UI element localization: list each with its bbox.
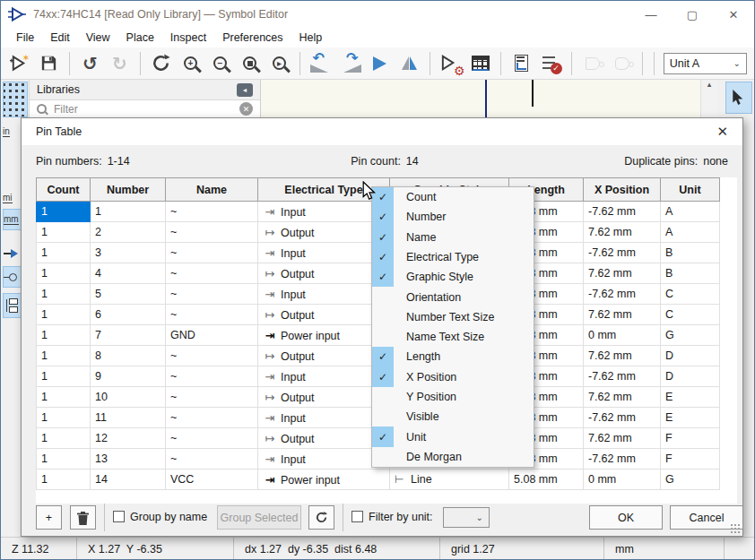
- cell-name[interactable]: GND: [166, 325, 258, 346]
- cell-number[interactable]: 3: [91, 243, 166, 263]
- cell-x_position[interactable]: -7.62 mm: [584, 202, 661, 222]
- cell-electrical_type[interactable]: ↦Output: [258, 263, 390, 284]
- cell-x_position[interactable]: -7.62 mm: [584, 284, 661, 305]
- rotate-cw-button[interactable]: ↷: [336, 50, 364, 77]
- pin-tool-icon[interactable]: [3, 243, 22, 264]
- cell-x_position[interactable]: 7.62 mm: [584, 346, 661, 366]
- cell-number[interactable]: 9: [91, 366, 166, 387]
- cell-unit[interactable]: A: [661, 202, 720, 222]
- filter-by-unit-checkbox[interactable]: [351, 511, 363, 522]
- refresh-grid-button[interactable]: [308, 505, 334, 530]
- cell-electrical_type[interactable]: ⇥Power input: [258, 470, 390, 490]
- cell-name[interactable]: ~: [166, 428, 258, 449]
- cell-number[interactable]: 12: [91, 428, 166, 449]
- column-menu-item-name-text-size[interactable]: Name Text Size: [372, 327, 534, 347]
- cell-name[interactable]: ~: [166, 387, 258, 408]
- menu-preferences[interactable]: Preferences: [214, 31, 291, 44]
- cell-electrical_type[interactable]: ⇥Input: [258, 243, 390, 263]
- cell-number[interactable]: 4: [91, 263, 166, 284]
- column-menu-item-electrical-type[interactable]: ✓Electrical Type: [372, 247, 534, 267]
- add-pin-button[interactable]: +: [36, 505, 62, 530]
- column-header-name[interactable]: Name: [166, 178, 258, 202]
- menu-edit[interactable]: Edit: [42, 31, 78, 44]
- collapse-panel-button[interactable]: ◂: [237, 83, 253, 97]
- cell-number[interactable]: 10: [91, 387, 166, 408]
- cell-unit[interactable]: G: [661, 325, 720, 346]
- column-header-x-position[interactable]: X Position: [584, 178, 661, 202]
- cell-count[interactable]: 1: [37, 325, 91, 346]
- menu-view[interactable]: View: [78, 31, 118, 44]
- clear-filter-icon[interactable]: ✕: [239, 102, 253, 116]
- unit-inch-icon[interactable]: in: [3, 121, 22, 142]
- column-menu-item-orientation[interactable]: Orientation: [372, 287, 534, 306]
- cell-x_position[interactable]: 7.62 mm: [584, 222, 661, 243]
- cell-x_position[interactable]: -7.62 mm: [584, 366, 661, 387]
- datasheet-button[interactable]: [508, 50, 535, 77]
- cell-unit[interactable]: G: [661, 470, 720, 490]
- cell-name[interactable]: ~: [166, 305, 258, 325]
- refresh-view-button[interactable]: [147, 50, 175, 77]
- close-button[interactable]: ✕: [713, 1, 754, 28]
- menu-help[interactable]: Help: [291, 31, 331, 44]
- cell-name[interactable]: ~: [166, 366, 258, 387]
- column-menu-item-name[interactable]: ✓Name: [372, 228, 534, 247]
- cell-electrical_type[interactable]: ⇥Input: [258, 449, 390, 470]
- zoom-fit-button[interactable]: [236, 50, 264, 77]
- cell-number[interactable]: 7: [91, 325, 166, 346]
- cell-count[interactable]: 1: [37, 449, 91, 470]
- cell-electrical_type[interactable]: ↦Output: [258, 222, 390, 243]
- cell-number[interactable]: 6: [91, 305, 166, 325]
- column-menu-item-count[interactable]: ✓Count: [372, 187, 534, 207]
- cell-name[interactable]: ~: [166, 284, 258, 305]
- cell-name[interactable]: VCC: [166, 470, 258, 490]
- cell-number[interactable]: 13: [91, 449, 166, 470]
- cell-name[interactable]: ~: [166, 449, 258, 470]
- cell-x_position[interactable]: 7.62 mm: [584, 305, 661, 325]
- cell-x_position[interactable]: 0 mm: [584, 325, 661, 346]
- column-menu-item-x-position[interactable]: ✓X Position: [372, 367, 534, 387]
- cell-electrical_type[interactable]: ⇥Input: [258, 202, 390, 222]
- menu-inspect[interactable]: Inspect: [162, 31, 214, 44]
- cell-unit[interactable]: D: [661, 346, 720, 366]
- ok-button[interactable]: OK: [589, 505, 663, 530]
- new-symbol-button[interactable]: ✶: [5, 50, 33, 77]
- rotate-ccw-button[interactable]: ↶: [307, 50, 334, 77]
- cell-number[interactable]: 8: [91, 346, 166, 366]
- cell-number[interactable]: 14: [91, 470, 166, 490]
- delete-pin-button[interactable]: [70, 505, 96, 530]
- unit-filter-dropdown[interactable]: ⌄: [443, 507, 490, 528]
- cell-count[interactable]: 1: [37, 366, 91, 387]
- cell-x_position[interactable]: 0 mm: [584, 470, 661, 490]
- cell-electrical_type[interactable]: ↦Output: [258, 346, 390, 366]
- filter-input[interactable]: [52, 102, 234, 116]
- dialog-close-icon[interactable]: ✕: [716, 124, 728, 140]
- cell-count[interactable]: 1: [37, 428, 91, 449]
- cell-count[interactable]: 1: [37, 470, 91, 490]
- unit-mm-icon[interactable]: mm: [3, 209, 22, 230]
- group-by-name-checkbox[interactable]: [113, 511, 125, 522]
- cell-number[interactable]: 11: [91, 408, 166, 428]
- cell-unit[interactable]: B: [661, 263, 720, 284]
- column-header-number[interactable]: Number: [91, 178, 166, 202]
- cell-x_position[interactable]: -7.62 mm: [584, 449, 661, 470]
- cell-name[interactable]: ~: [166, 346, 258, 366]
- canvas-scrollbar[interactable]: ▴: [700, 80, 717, 117]
- minimize-button[interactable]: —: [630, 1, 672, 28]
- save-button[interactable]: [35, 50, 63, 77]
- column-header-count[interactable]: Count: [37, 178, 91, 202]
- cell-electrical_type[interactable]: ⇥Power input: [258, 325, 390, 346]
- column-menu-item-unit[interactable]: ✓Unit: [372, 426, 534, 446]
- cell-x_position[interactable]: -7.62 mm: [584, 243, 661, 263]
- cell-unit[interactable]: F: [661, 428, 720, 449]
- symbol-properties-button[interactable]: ⚙: [437, 50, 464, 77]
- cell-name[interactable]: ~: [166, 263, 258, 284]
- cell-count[interactable]: 1: [37, 305, 91, 325]
- cell-electrical_type[interactable]: ⇥Input: [258, 284, 390, 305]
- cell-length[interactable]: 5.08 mm: [509, 470, 584, 490]
- cell-count[interactable]: 1: [37, 408, 91, 428]
- unit-mil-icon[interactable]: mi: [3, 187, 22, 209]
- cell-number[interactable]: 1: [91, 202, 166, 222]
- cell-electrical_type[interactable]: ↦Output: [258, 387, 390, 408]
- cell-unit[interactable]: E: [661, 408, 720, 428]
- cell-unit[interactable]: A: [661, 222, 720, 243]
